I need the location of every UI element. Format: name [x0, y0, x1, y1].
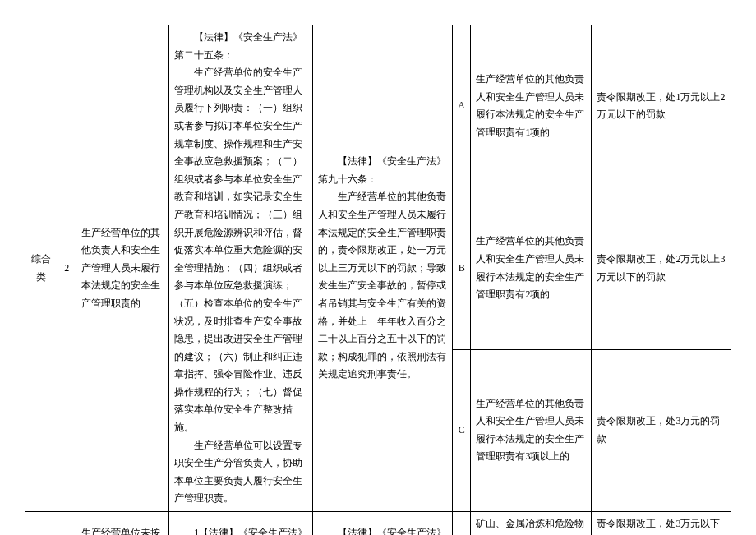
cell-penalty-a: 责令限期改正，处1万元以上2万元以下的罚款 — [592, 25, 731, 187]
cell-penalty-c: 责令限期改正，处3万元的罚款 — [592, 349, 731, 511]
cell-grade: A — [452, 512, 471, 535]
cell-law-basis-2: 【法律】《安全生产法》第九十七条： — [313, 512, 453, 535]
cell-penalty-b: 责令限期改正，处2万元以上3万元以下的罚款 — [592, 187, 731, 349]
cell-description: 生产经营单位未按照规定设 — [76, 512, 169, 535]
cell-category: 综合 — [25, 512, 58, 535]
table-row: 综合类 2 生产经营单位的其他负责人和安全生产管理人员未履行本法规定的安全生产管… — [25, 25, 731, 187]
regulation-table: 综合类 2 生产经营单位的其他负责人和安全生产管理人员未履行本法规定的安全生产管… — [25, 25, 731, 535]
cell-number: 3 — [58, 512, 76, 535]
cell-law-basis-1: 【法律】《安全生产法》第二十五条： 生产经营单位的安全生产管理机构以及安全生产管… — [169, 25, 313, 512]
cell-penalty: 责令限期改正，处3万元以下的罚款；逾期未改正的，责令停产停业 — [592, 512, 731, 535]
cell-law-basis-2: 【法律】《安全生产法》第九十六条： 生产经营单位的其他负责人和安全生产管理人员未… — [313, 25, 453, 512]
cell-grade-c: C — [452, 349, 471, 511]
cell-condition: 矿山、金属冶炼和危险物品的生产、经营、储存、装卸 — [471, 512, 592, 535]
cell-category: 综合类 — [25, 25, 58, 512]
cell-number: 2 — [58, 25, 76, 512]
table-row: 综合 3 生产经营单位未按照规定设 1【法律】《安全生产法》第二十四条： 【法律… — [25, 512, 731, 535]
cell-condition-c: 生产经营单位的其他负责人和安全生产管理人员未履行本法规定的安全生产管理职责有3项… — [471, 349, 592, 511]
cell-law-basis-1: 1【法律】《安全生产法》第二十四条： — [169, 512, 313, 535]
cell-condition-a: 生产经营单位的其他负责人和安全生产管理人员未履行本法规定的安全生产管理职责有1项… — [471, 25, 592, 187]
cell-description: 生产经营单位的其他负责人和安全生产管理人员未履行本法规定的安全生产管理职责的 — [76, 25, 169, 512]
cell-grade-b: B — [452, 187, 471, 349]
cell-grade-a: A — [452, 25, 471, 187]
cell-condition-b: 生产经营单位的其他负责人和安全生产管理人员未履行本法规定的安全生产管理职责有2项… — [471, 187, 592, 349]
